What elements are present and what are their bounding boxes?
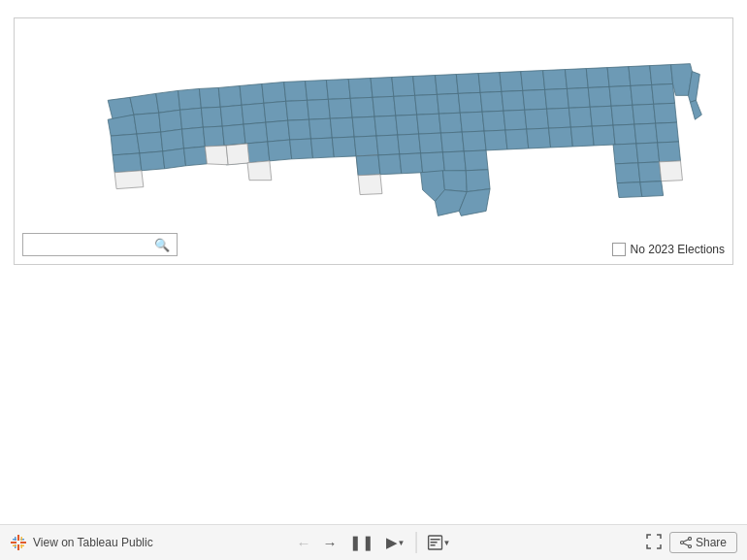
svg-rect-132 <box>17 544 19 550</box>
svg-rect-139 <box>21 537 23 541</box>
embed-icon <box>428 535 443 550</box>
pause-button[interactable]: ❚❚ <box>344 530 379 555</box>
svg-marker-23 <box>306 80 329 100</box>
search-box[interactable]: Highlight County 🔍 <box>22 233 178 256</box>
svg-marker-35 <box>309 118 333 139</box>
svg-marker-55 <box>396 115 419 135</box>
embed-button[interactable]: ▼ <box>423 531 456 554</box>
toolbar-right: Share <box>642 530 737 556</box>
svg-marker-57 <box>438 113 462 133</box>
svg-marker-75 <box>567 87 590 108</box>
svg-marker-42 <box>332 137 356 157</box>
svg-marker-27 <box>264 101 288 122</box>
svg-marker-10 <box>111 134 140 155</box>
fullscreen-button[interactable] <box>642 530 666 556</box>
svg-marker-123 <box>660 161 683 181</box>
redo-button[interactable]: → <box>318 531 342 555</box>
svg-marker-103 <box>205 146 228 165</box>
share-icon <box>680 537 692 548</box>
svg-marker-129 <box>358 175 382 195</box>
svg-marker-102 <box>656 122 679 143</box>
svg-marker-6 <box>134 113 161 134</box>
svg-marker-11 <box>137 132 163 153</box>
svg-rect-141 <box>13 545 16 547</box>
svg-marker-72 <box>502 90 525 111</box>
svg-marker-124 <box>617 182 642 198</box>
svg-marker-19 <box>218 85 242 107</box>
svg-marker-109 <box>400 153 423 174</box>
fullscreen-icon <box>646 534 662 549</box>
svg-marker-26 <box>242 103 266 124</box>
svg-marker-84 <box>462 131 486 151</box>
svg-marker-76 <box>588 86 611 107</box>
toolbar-divider <box>416 532 417 553</box>
svg-marker-88 <box>549 127 573 148</box>
svg-marker-47 <box>435 75 458 95</box>
svg-marker-20 <box>240 83 264 105</box>
svg-marker-3 <box>179 88 202 110</box>
svg-marker-61 <box>419 133 443 153</box>
svg-line-150 <box>683 540 688 543</box>
svg-marker-15 <box>113 153 142 173</box>
legend-label: No 2023 Elections <box>631 243 725 256</box>
svg-marker-121 <box>615 163 640 183</box>
svg-marker-2 <box>156 90 180 113</box>
svg-marker-119 <box>636 143 660 163</box>
svg-marker-85 <box>484 130 507 150</box>
svg-marker-40 <box>290 139 313 159</box>
svg-marker-13 <box>182 127 206 148</box>
svg-marker-4 <box>199 87 220 108</box>
highlight-county-input[interactable]: Highlight County <box>28 238 154 251</box>
legend-color-box <box>612 243 626 256</box>
svg-marker-14 <box>203 126 224 147</box>
svg-marker-68 <box>565 69 588 89</box>
svg-marker-31 <box>222 124 245 146</box>
svg-marker-41 <box>311 138 335 158</box>
svg-marker-7 <box>159 110 182 132</box>
legend: No 2023 Elections <box>612 243 725 256</box>
svg-marker-94 <box>609 85 633 106</box>
svg-marker-67 <box>543 70 568 90</box>
view-on-tableau-link[interactable]: View on Tableau Public <box>33 536 153 549</box>
svg-marker-45 <box>392 77 415 97</box>
svg-marker-65 <box>500 72 523 92</box>
undo-button[interactable]: ← <box>292 531 316 555</box>
svg-marker-128 <box>690 100 701 119</box>
svg-marker-108 <box>378 154 402 175</box>
svg-marker-69 <box>586 68 609 88</box>
svg-marker-110 <box>421 152 445 173</box>
svg-line-151 <box>683 544 688 546</box>
svg-rect-142 <box>20 545 24 547</box>
share-button[interactable]: Share <box>669 532 737 553</box>
svg-marker-71 <box>480 91 503 112</box>
svg-rect-133 <box>11 542 16 544</box>
svg-marker-91 <box>607 67 631 87</box>
svg-marker-49 <box>373 96 396 116</box>
svg-marker-90 <box>592 125 615 146</box>
play-dropdown-arrow: ▼ <box>398 539 406 547</box>
svg-rect-146 <box>431 544 436 546</box>
svg-marker-9 <box>201 107 222 127</box>
svg-marker-58 <box>354 136 378 156</box>
svg-marker-66 <box>521 71 545 91</box>
svg-marker-125 <box>640 181 664 197</box>
svg-rect-131 <box>17 535 19 541</box>
play-button[interactable]: ▶ ▼ <box>381 530 410 555</box>
svg-marker-1 <box>130 93 159 115</box>
svg-marker-70 <box>458 92 482 113</box>
svg-marker-81 <box>547 108 571 128</box>
svg-marker-28 <box>286 100 309 120</box>
svg-marker-62 <box>440 132 464 152</box>
svg-marker-52 <box>437 93 460 114</box>
embed-dropdown-arrow: ▼ <box>443 539 451 547</box>
svg-marker-104 <box>226 144 249 165</box>
svg-marker-63 <box>456 74 480 94</box>
toolbar-left: View on Tableau Public <box>10 534 153 551</box>
svg-marker-64 <box>478 73 502 93</box>
svg-marker-122 <box>638 162 662 182</box>
svg-marker-50 <box>394 95 417 115</box>
svg-marker-82 <box>568 107 592 127</box>
svg-rect-144 <box>431 539 440 541</box>
svg-marker-51 <box>415 94 439 115</box>
svg-marker-78 <box>482 111 505 131</box>
